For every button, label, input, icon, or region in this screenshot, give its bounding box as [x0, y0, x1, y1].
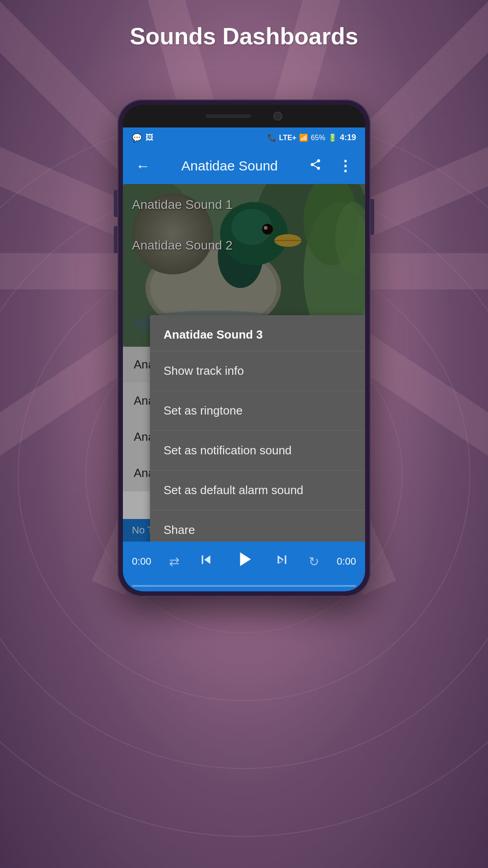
player-time-right: 0:00 [337, 556, 356, 567]
progress-bar[interactable] [132, 585, 356, 587]
show-track-info-button[interactable]: Show track info [150, 351, 365, 391]
lte-label: LTE+ [279, 134, 296, 142]
content-area: Anatidae Sound 1 Anatidae Sound 2 Anatid… [123, 184, 365, 542]
whatsapp-icon: 💬 [132, 133, 142, 143]
time-label: 4:19 [340, 133, 356, 142]
player-controls: 0:00 ⇄ [123, 538, 365, 585]
player-time-left: 0:00 [132, 556, 151, 567]
battery-label: 65% [311, 134, 325, 142]
phone-icon: 📞 [267, 133, 277, 142]
share-button[interactable] [305, 155, 325, 178]
phone-notch [123, 105, 365, 127]
play-button[interactable] [232, 547, 256, 576]
context-menu-track-name: Anatidae Sound 3 [150, 315, 365, 351]
app-bar: ← Anatidae Sound ⋮ [123, 148, 365, 184]
shuffle-button[interactable]: ⇄ [169, 554, 179, 569]
phone-device: 💬 🖼 📞 LTE+ 📶 65% 🔋 4:19 ← Anatidae Sound [117, 99, 371, 597]
next-button[interactable] [273, 551, 291, 572]
status-left-icons: 💬 🖼 [132, 133, 154, 143]
front-camera [273, 112, 282, 121]
volume-down-button[interactable] [114, 226, 117, 253]
status-right: 📞 LTE+ 📶 65% 🔋 4:19 [267, 133, 356, 142]
app-bar-title: Anatidae Sound [163, 158, 296, 174]
volume-up-button[interactable] [114, 190, 117, 217]
context-menu: Anatidae Sound 3 Show track info Set as … [150, 315, 365, 542]
set-ringtone-button[interactable]: Set as ringtone [150, 391, 365, 431]
speaker-grill [206, 114, 251, 118]
set-notification-sound-button[interactable]: Set as notification sound [150, 431, 365, 471]
repeat-button[interactable]: ↻ [309, 554, 319, 569]
context-overlay[interactable]: Anatidae Sound 3 Show track info Set as … [123, 184, 365, 542]
signal-icon: 📶 [299, 133, 308, 142]
share-button-menu[interactable]: Share [150, 510, 365, 542]
previous-button[interactable] [197, 551, 215, 572]
gallery-icon: 🖼 [145, 133, 154, 142]
more-options-button[interactable]: ⋮ [334, 154, 356, 178]
status-bar: 💬 🖼 📞 LTE+ 📶 65% 🔋 4:19 [123, 127, 365, 148]
battery-icon: 🔋 [328, 133, 337, 142]
set-alarm-sound-button[interactable]: Set as default alarm sound [150, 471, 365, 510]
page-title: Sounds Dashboards [0, 23, 488, 50]
power-button[interactable] [371, 199, 374, 235]
back-button[interactable]: ← [132, 154, 154, 178]
